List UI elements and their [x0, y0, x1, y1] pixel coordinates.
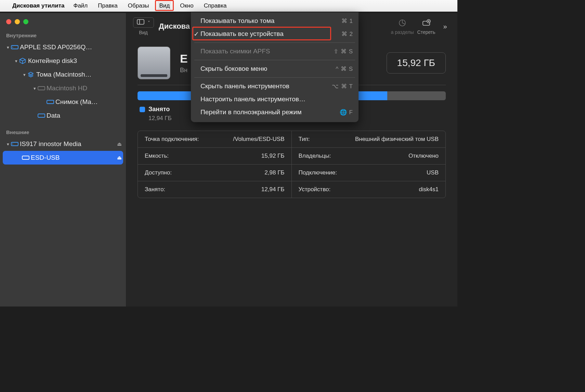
toolbar-view-label: Вид [139, 30, 147, 35]
menu-item-shortcut: ⇧ ⌘ S [334, 48, 353, 55]
volume-size-pill: 15,92 ГБ [387, 52, 446, 74]
menubar-app-name[interactable]: Дисковая утилита [12, 2, 64, 9]
minimize-window-button[interactable] [15, 19, 20, 24]
eject-icon[interactable]: ⏏ [117, 155, 122, 161]
menubar-item-edit[interactable]: Правка [96, 2, 119, 10]
menu-separator [194, 60, 355, 60]
info-cell: Емкость:15,92 ГБ [138, 148, 292, 165]
info-cell: Точка подключения:/Volumes/ESD-USB [138, 131, 292, 148]
menu-item-label: Перейти в полноэкранный режим [200, 108, 302, 116]
menubar-item-file[interactable]: Файл [72, 2, 89, 10]
info-key: Владельцы: [299, 153, 331, 159]
sidebar-section-internal: Внутренние [0, 30, 126, 40]
erase-icon [421, 18, 431, 28]
info-cell: Тип:Внешний физический том USB [292, 131, 446, 148]
window-traffic-lights [0, 17, 126, 30]
sidebar-item-label: Тома (Macintosh… [36, 71, 122, 78]
menu-item[interactable]: Скрыть боковое меню^ ⌘ S [191, 62, 359, 75]
fullscreen-window-button[interactable] [23, 19, 28, 24]
window-title: Дискова [159, 22, 190, 31]
info-key: Устройство: [299, 186, 331, 193]
info-key: Занято: [145, 186, 165, 193]
pie-icon [398, 18, 406, 28]
menu-item[interactable]: Показывать только тома⌘ 1 [191, 14, 359, 27]
sidebar-item-esd-usb[interactable]: ESD-USB ⏏ [3, 151, 123, 165]
info-value: /Volumes/ESD-USB [233, 136, 284, 143]
cube-icon [19, 57, 28, 64]
close-window-button[interactable] [6, 19, 11, 24]
toolbar-view-button[interactable]: ˅ Вид [131, 17, 155, 35]
sidebar-item-internal-disk[interactable]: ▾ APPLE SSD AP0256Q… [0, 40, 126, 54]
legend-used-label: Занято [148, 106, 170, 113]
chevron-down-icon[interactable]: ▾ [21, 72, 27, 77]
menu-item-label: Настроить панель инструментов… [200, 95, 306, 103]
sidebar-item-label: APPLE SSD AP0256Q… [20, 43, 122, 51]
volume-subtitle: Вн [180, 67, 188, 74]
sidebar-item-label: Снимок (Ma… [55, 98, 122, 106]
info-value: 15,92 ГБ [261, 153, 285, 159]
menu-item-shortcut: ⌥ ⌘ T [332, 83, 353, 90]
menu-separator [194, 77, 355, 78]
sidebar-section-external: Внешние [0, 127, 126, 137]
menubar-item-help[interactable]: Справка [203, 2, 228, 10]
menu-item[interactable]: Скрыть панель инструментов⌥ ⌘ T [191, 80, 359, 93]
menu-item[interactable]: ✓Показывать все устройства⌘ 2 [191, 27, 359, 40]
chevron-down-icon[interactable]: ▾ [5, 142, 11, 147]
sidebar: Внутренние ▾ APPLE SSD AP0256Q… ▾ Контей… [0, 13, 126, 306]
chevron-down-icon[interactable]: ▾ [31, 86, 38, 91]
menu-item[interactable]: Настроить панель инструментов… [191, 93, 359, 106]
info-key: Подключение: [299, 169, 337, 176]
menu-item-shortcut: ⌘ 2 [341, 30, 353, 38]
volume-icon [38, 86, 47, 91]
macos-menubar: Дисковая утилита Файл Правка Образы Вид … [0, 0, 457, 12]
info-value: 2,98 ГБ [264, 169, 284, 176]
volume-icon [22, 155, 31, 160]
chevron-double-right-icon: » [443, 21, 447, 31]
view-dropdown-menu: Показывать только тома⌘ 1✓Показывать все… [191, 12, 359, 122]
svg-rect-4 [38, 114, 45, 117]
sidebar-item-label: Data [47, 112, 122, 119]
menubar-item-view[interactable]: Вид [158, 2, 171, 10]
menu-item-label: Показать снимки APFS [200, 48, 270, 55]
sidebar-item-label: Macintosh HD [47, 84, 122, 92]
sidebar-item-volumegroup[interactable]: ▾ Тома (Macintosh… [0, 68, 126, 81]
eject-icon[interactable]: ⏏ [117, 141, 122, 147]
chevron-down-icon[interactable]: ▾ [5, 45, 11, 50]
toolbar-partition-label: а разделы [391, 29, 414, 35]
menu-item-shortcut: ^ ⌘ S [336, 65, 353, 73]
info-table: Точка подключения:/Volumes/ESD-USBТип:Вн… [138, 131, 446, 198]
menu-item-shortcut: 🌐 F [340, 109, 353, 116]
info-cell: Подключение:USB [292, 165, 446, 181]
chevron-down-icon[interactable]: ▾ [13, 58, 19, 64]
info-cell: Владельцы:Отключено [292, 148, 446, 165]
toolbar-erase-button[interactable]: Стереть [414, 18, 438, 35]
sidebar-item-container[interactable]: ▾ Контейнер disk3 [0, 54, 126, 68]
svg-point-1 [12, 47, 13, 48]
sidebar-item-label: ESD-USB [31, 154, 117, 161]
info-cell: Доступно:2,98 ГБ [138, 165, 292, 181]
svg-point-6 [12, 144, 13, 144]
sidebar-item-snapshot[interactable]: Снимок (Ma… [0, 95, 126, 109]
info-value: Внешний физический том USB [355, 136, 439, 143]
menubar-item-window[interactable]: Окно [179, 2, 195, 10]
toolbar-partition-button[interactable]: а разделы [390, 18, 414, 35]
menubar-item-images[interactable]: Образы [127, 2, 151, 10]
info-key: Доступно: [145, 169, 172, 176]
legend-swatch-used-icon [140, 107, 145, 112]
menu-item: Показать снимки APFS⇧ ⌘ S [191, 45, 359, 58]
menu-item-label: Показывать все устройства [200, 30, 284, 38]
info-key: Тип: [299, 136, 310, 143]
svg-rect-7 [22, 156, 29, 159]
svg-rect-8 [137, 19, 144, 24]
toolbar-overflow-button[interactable]: » [438, 21, 452, 31]
info-key: Точка подключения: [145, 136, 199, 143]
menu-item[interactable]: Перейти в полноэкранный режим🌐 F [191, 106, 359, 119]
sidebar-item-external-disk[interactable]: ▾ IS917 innostor Media ⏏ [0, 137, 126, 151]
sidebar-item-data[interactable]: Data [0, 109, 126, 122]
menu-separator [194, 42, 355, 43]
sidebar-item-macintosh-hd[interactable]: ▾ Macintosh HD [0, 81, 126, 95]
menu-item-label: Скрыть панель инструментов [200, 82, 289, 90]
info-value: Отключено [408, 153, 439, 159]
info-value: 12,94 ГБ [261, 186, 285, 193]
hdd-icon [11, 141, 20, 147]
